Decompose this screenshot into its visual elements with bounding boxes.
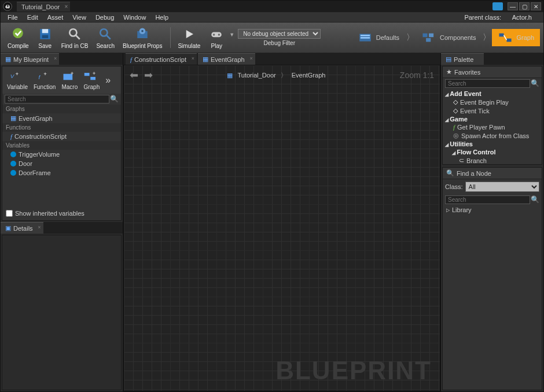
compile-button[interactable]: Compile — [4, 25, 32, 50]
show-inherited-checkbox[interactable] — [6, 210, 13, 217]
crumb-root[interactable]: Tutorial_Door — [237, 72, 275, 79]
node-branch[interactable]: ⊂Branch — [443, 156, 542, 164]
graph-mode-button[interactable]: Graph — [492, 29, 540, 46]
add-graph-button[interactable]: +Graph — [81, 69, 102, 91]
graphs-section: Graphs — [2, 105, 121, 113]
node-event-begin-play[interactable]: ◇Event Begin Play — [443, 98, 542, 106]
play-button[interactable]: Play — [205, 25, 228, 50]
find-node-header[interactable]: 🔍Find a Node — [443, 168, 542, 179]
star-icon: ★ — [446, 68, 452, 76]
components-icon — [421, 31, 436, 44]
tab-eventgraph[interactable]: ▦EventGraph× — [198, 53, 255, 65]
my-blueprint-tab[interactable]: ▦My Blueprint× — [1, 53, 59, 65]
graph-canvas[interactable]: ⬅➡ ▦ Tutorial_Door 〉 EventGraph Zoom 1:1… — [123, 65, 440, 391]
play-dropdown-icon[interactable]: ▼ — [229, 32, 234, 38]
node-get-player-pawn[interactable]: fGet Player Pawn — [443, 123, 542, 131]
var-doorframe[interactable]: DoorFrame — [2, 168, 121, 177]
svg-point-11 — [142, 30, 144, 32]
svg-line-6 — [76, 35, 80, 39]
menu-debug[interactable]: Debug — [91, 13, 119, 22]
menu-help[interactable]: Help — [150, 13, 173, 22]
svg-marker-12 — [186, 30, 193, 38]
add-variable-button[interactable]: V+Variable — [5, 69, 30, 91]
more-add-button[interactable]: » — [103, 75, 113, 86]
palette-tab[interactable]: ▤Palette — [441, 53, 484, 65]
node-spawn-actor[interactable]: ◎Spawn Actor from Class — [443, 131, 542, 140]
toolbar: Compile Save Find in CB Search Blueprint… — [1, 23, 543, 53]
simulate-button[interactable]: Simulate — [174, 25, 204, 50]
var-triggervolume[interactable]: TriggerVolume — [2, 150, 121, 159]
titlebar: Tutorial_Door × — ▢ ✕ — [1, 1, 543, 12]
components-mode-button[interactable]: Components — [416, 29, 481, 46]
window-tab[interactable]: Tutorial_Door × — [17, 2, 70, 12]
add-bar: V+Variable f+Function +Macro +Graph » — [2, 66, 121, 94]
find-in-cb-button[interactable]: Find in CB — [58, 25, 92, 50]
close-icon[interactable]: × — [192, 56, 194, 61]
menu-edit[interactable]: Edit — [23, 13, 43, 22]
var-door[interactable]: Door — [2, 159, 121, 168]
nav-back-button[interactable]: ⬅ — [130, 69, 138, 82]
minimize-button[interactable]: — — [508, 2, 518, 10]
close-button[interactable]: ✕ — [531, 2, 541, 10]
svg-rect-22 — [499, 34, 504, 37]
cat-flow-control[interactable]: Flow Control — [450, 148, 542, 156]
constructionscript-item[interactable]: fConstructionScript — [2, 132, 121, 141]
parent-class-label: Parent class: Actor.h — [455, 13, 541, 22]
eventgraph-item[interactable]: ▦EventGraph — [2, 113, 121, 123]
add-function-button[interactable]: f+Function — [31, 69, 58, 91]
class-select[interactable]: All — [465, 182, 539, 192]
svg-point-5 — [69, 29, 76, 36]
maximize-button[interactable]: ▢ — [519, 2, 530, 10]
compile-icon — [10, 26, 26, 42]
my-blueprint-search-input[interactable] — [5, 95, 109, 103]
svg-rect-31 — [84, 73, 90, 76]
find-node-search-input[interactable] — [445, 195, 530, 204]
chevron-icon: 〉 — [481, 32, 492, 43]
debug-filter-select[interactable]: No debug object selected — [238, 29, 321, 39]
gamepad-icon — [208, 26, 225, 42]
menu-file[interactable]: File — [3, 13, 23, 22]
defaults-mode-button[interactable]: Defaults — [352, 29, 405, 46]
search-icon[interactable]: 🔍 — [530, 195, 539, 204]
svg-rect-18 — [361, 37, 370, 38]
favorites-header[interactable]: ★Favorites — [443, 66, 542, 78]
menu-asset[interactable]: Asset — [43, 13, 68, 22]
notification-icon[interactable] — [492, 2, 503, 10]
palette-search-input[interactable] — [445, 79, 530, 88]
close-icon[interactable]: × — [249, 56, 252, 61]
svg-point-1 — [13, 28, 24, 39]
close-icon[interactable]: × — [38, 224, 41, 230]
gear-box-icon — [134, 26, 150, 42]
cat-game[interactable]: Game — [443, 115, 542, 123]
svg-rect-23 — [507, 39, 512, 42]
search-icon[interactable]: 🔍 — [530, 79, 539, 88]
node-event-tick[interactable]: ◇Event Tick — [443, 106, 542, 115]
svg-rect-32 — [91, 77, 96, 80]
cat-add-event[interactable]: Add Event — [443, 90, 542, 98]
svg-text:+: + — [43, 71, 47, 77]
cat-utilities[interactable]: Utilities — [443, 140, 542, 148]
details-tab[interactable]: ▣Details× — [1, 222, 43, 234]
chevron-icon: 〉 — [405, 32, 416, 43]
close-icon[interactable]: × — [54, 56, 57, 61]
tab-constructionscript[interactable]: fConstructionScript× — [126, 53, 197, 65]
debug-filter: No debug object selected Debug Filter — [238, 29, 321, 46]
svg-rect-19 — [422, 34, 427, 38]
svg-point-15 — [218, 34, 220, 36]
crumb-leaf[interactable]: EventGraph — [292, 72, 326, 79]
add-macro-button[interactable]: +Macro — [59, 69, 80, 91]
nav-forward-button[interactable]: ➡ — [144, 69, 153, 82]
search-icon[interactable]: 🔍 — [109, 95, 119, 103]
library-category[interactable]: ▷Library — [443, 206, 542, 214]
blueprint-props-button[interactable]: Blueprint Props — [119, 25, 166, 50]
svg-rect-21 — [426, 38, 431, 42]
svg-rect-4 — [42, 35, 48, 38]
save-button[interactable]: Save — [34, 25, 57, 50]
menu-view[interactable]: View — [68, 13, 91, 22]
close-tab-icon[interactable]: × — [64, 3, 68, 10]
functions-section: Functions — [2, 123, 121, 132]
svg-rect-17 — [361, 35, 370, 36]
svg-text:+: + — [71, 70, 74, 76]
search-button[interactable]: Search — [93, 25, 118, 50]
menu-window[interactable]: Window — [119, 13, 150, 22]
